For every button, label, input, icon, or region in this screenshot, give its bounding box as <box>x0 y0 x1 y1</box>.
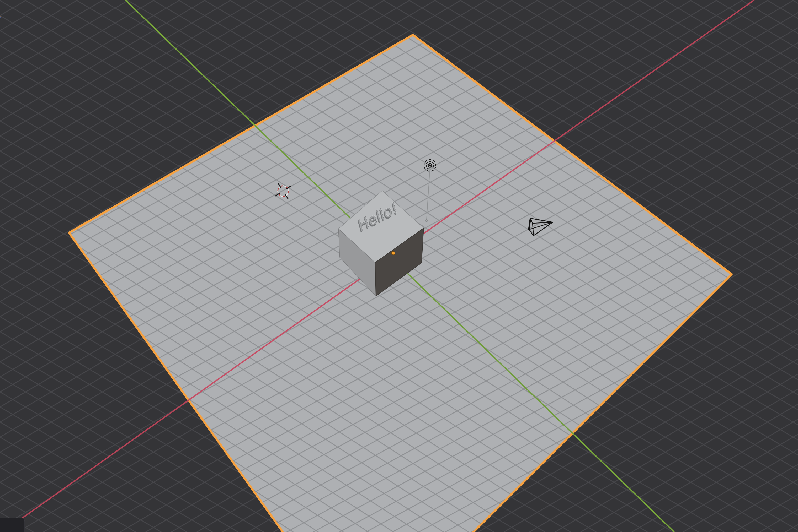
object-origin-dot[interactable] <box>392 252 395 255</box>
overlay-panel-corner[interactable] <box>0 518 25 532</box>
viewport-canvas[interactable]: Hello! Hello! Hello! e <box>0 0 798 532</box>
3d-viewport[interactable]: Hello! Hello! Hello! e <box>0 0 798 532</box>
clipped-text-fragment: e <box>0 14 2 22</box>
